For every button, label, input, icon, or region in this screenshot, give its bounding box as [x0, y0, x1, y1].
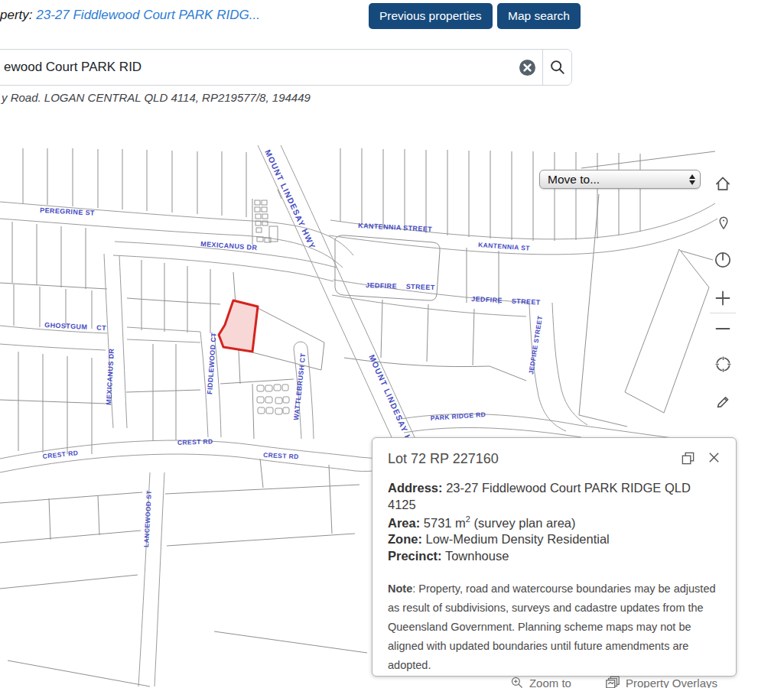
street-label: JEDFIRE STREET [471, 295, 541, 307]
property-link[interactable]: 23-27 Fiddlewood Court PARK RIDG... [36, 8, 260, 22]
parcel-info-popup: Lot 72 RP 227160 Address: 23-27 Fiddlewo… [372, 437, 737, 677]
precinct-field: Precinct: Townhouse [388, 548, 721, 565]
address-search-bar [0, 49, 572, 86]
clear-search-button[interactable] [512, 50, 542, 85]
pin-icon [715, 215, 732, 232]
street-label: LANCEWOOD ST [142, 490, 153, 548]
street-label: MEXICANUS DR [105, 348, 115, 405]
zone-label: Zone: [388, 532, 422, 546]
search-submit-button[interactable] [542, 50, 571, 85]
property-overlays-action[interactable]: Property Overlays [605, 675, 717, 688]
search-result-line[interactable]: y Road. LOGAN CENTRAL QLD 4114, RP219577… [2, 91, 311, 104]
address-field: Address: 23-27 Fiddlewood Court PARK RID… [388, 480, 721, 514]
current-property-line: perty: 23-27 Fiddlewood Court PARK RIDG.… [0, 8, 260, 23]
street-label: JEDFIRE STREET [366, 281, 435, 291]
move-to-label: Move to... [548, 173, 600, 187]
minus-icon [714, 320, 732, 338]
locate-button[interactable] [709, 350, 737, 378]
marker-button[interactable] [710, 209, 737, 237]
street-label: MOUNT LINDESAY HWY [263, 148, 317, 251]
zone-field: Zone: Low-Medium Density Residential [388, 531, 721, 548]
street-label: JEDFIRE STREET [527, 315, 544, 375]
zone-value: Low-Medium Density Residential [426, 532, 610, 546]
history-button[interactable] [709, 246, 737, 274]
street-label: KANTENNIA STREET [358, 222, 433, 233]
street-label: FIDDLEWOOD CT [206, 332, 218, 394]
close-popup-button[interactable] [708, 451, 721, 467]
area-field: Area: 5731 m2 (survey plan area) [388, 514, 721, 531]
zoom-to-action[interactable]: Zoom to [510, 675, 571, 688]
property-label: perty: [0, 8, 33, 22]
unit-outlines [255, 200, 289, 414]
target-icon [714, 355, 733, 374]
previous-properties-button[interactable]: Previous properties [369, 3, 493, 29]
dock-icon [681, 451, 695, 466]
move-to-dropdown[interactable]: Move to... [539, 170, 701, 189]
clock-icon [713, 250, 733, 270]
property-overlays-label: Property Overlays [626, 677, 717, 688]
area-value: 5731 m [424, 515, 466, 529]
popup-note: Note: Property, road and watercourse bou… [388, 579, 721, 675]
draw-button[interactable] [709, 387, 737, 414]
note-text: : Property, road and watercourse boundar… [388, 583, 716, 671]
zoom-out-button[interactable] [709, 315, 737, 342]
plus-icon [714, 289, 732, 307]
area-suffix: (survey plan area) [470, 515, 576, 529]
close-icon [708, 451, 721, 464]
search-input[interactable] [0, 50, 512, 85]
selected-parcel-highlight[interactable] [219, 300, 258, 352]
area-label: Area: [388, 515, 420, 529]
street-label: PARK RIDGE RD [430, 411, 486, 422]
home-extent-button[interactable] [709, 170, 737, 197]
zoom-in-button[interactable] [709, 284, 737, 312]
note-label: Note [388, 583, 412, 595]
search-icon [549, 59, 566, 76]
dock-popup-button[interactable] [681, 451, 695, 469]
zoom-to-label: Zoom to [529, 677, 571, 688]
map-search-button[interactable]: Map search [497, 3, 581, 29]
precinct-value: Townhouse [445, 549, 509, 563]
zoom-separator [710, 313, 736, 313]
dropdown-arrows-icon [689, 174, 695, 185]
street-label: KANTENNIA ST [478, 241, 531, 252]
clear-icon [519, 59, 536, 76]
street-label: CREST RD [263, 451, 299, 460]
zoom-to-icon [510, 676, 524, 688]
pencil-icon [714, 391, 732, 410]
street-label: CREST RD [177, 437, 213, 446]
address-label: Address: [388, 481, 443, 495]
home-icon [713, 174, 733, 193]
popup-title: Lot 72 RP 227160 [388, 451, 669, 467]
property-overlays-icon [605, 675, 620, 688]
precinct-label: Precinct: [388, 549, 442, 563]
street-label: PEREGRINE ST [40, 206, 95, 217]
street-label: WATTLEBRUSH CT [292, 352, 307, 420]
